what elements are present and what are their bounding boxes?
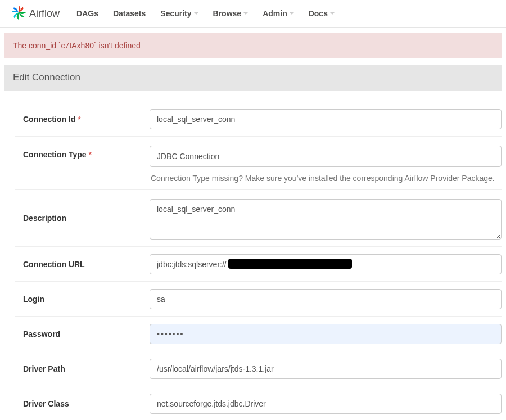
airflow-logo-icon [10,4,29,24]
chevron-down-icon [290,12,294,15]
nav-docs[interactable]: Docs [309,9,335,18]
conn-id-input[interactable] [150,109,502,129]
nav-security[interactable]: Security [160,9,198,18]
label-password: Password [15,329,150,338]
form-row-driver-path: Driver Path [15,351,502,386]
conn-url-input[interactable] [150,254,502,274]
nav-datasets[interactable]: Datasets [113,9,146,18]
label-text: Connection Type [23,150,87,159]
label-conn-type: Connection Type * [15,146,150,159]
label-text: Driver Path [23,364,65,373]
panel-body: Connection Id * Connection Type * JDBC C… [4,91,502,420]
nav-browse-label: Browse [213,9,242,18]
label-conn-url: Connection URL [15,260,150,269]
form-row-driver-class: Driver Class [15,386,502,420]
nav-browse[interactable]: Browse [213,9,249,18]
panel-title: Edit Connection [13,72,80,83]
label-text: Connection Id [23,115,75,124]
panel-header: Edit Connection [4,65,502,91]
nav-admin-label: Admin [263,9,287,18]
form-row-password: Password [15,317,502,351]
form-row-conn-type: Connection Type * JDBC Connection Connec… [15,137,502,190]
nav-links: DAGs Datasets Security Browse Admin Docs [76,9,335,18]
alert-error: The conn_id `c7tAxh80` isn't defined [4,33,502,58]
required-asterisk: * [78,115,80,124]
chevron-down-icon [194,12,198,15]
conn-type-selected: JDBC Connection [157,152,219,161]
label-driver-class: Driver Class [15,399,150,408]
label-text: Login [23,295,44,304]
nav-datasets-label: Datasets [113,9,146,18]
label-login: Login [15,295,150,304]
chevron-down-icon [243,12,248,15]
conn-type-help: Connection Type missing? Make sure you'v… [150,174,502,183]
description-input[interactable] [150,199,502,240]
password-input[interactable] [150,324,502,344]
label-text: Connection URL [23,260,85,269]
navbar: Airflow DAGs Datasets Security Browse Ad… [0,0,506,27]
nav-docs-label: Docs [309,9,328,18]
edit-connection-form: Connection Id * Connection Type * JDBC C… [15,102,502,420]
label-conn-id: Connection Id * [15,115,150,124]
label-text: Password [23,329,60,338]
login-input[interactable] [150,289,502,309]
chevron-down-icon [330,12,335,15]
form-row-login: Login [15,282,502,317]
form-row-conn-url: Connection URL [15,247,502,282]
label-driver-path: Driver Path [15,364,150,373]
driver-path-input[interactable] [150,359,502,379]
label-text: Driver Class [23,399,69,408]
brand[interactable]: Airflow [10,4,60,24]
conn-type-select[interactable]: JDBC Connection [150,146,502,167]
form-row-conn-id: Connection Id * [15,102,502,137]
driver-class-input[interactable] [150,394,502,414]
nav-dags[interactable]: DAGs [76,9,98,18]
alert-message: The conn_id `c7tAxh80` isn't defined [13,41,141,50]
brand-name: Airflow [29,8,60,20]
required-asterisk: * [88,150,91,159]
nav-admin[interactable]: Admin [263,9,294,18]
nav-security-label: Security [160,9,191,18]
label-text: Description [23,214,66,223]
form-row-description: Description [15,190,502,247]
label-description: Description [15,199,150,223]
nav-dags-label: DAGs [76,9,98,18]
